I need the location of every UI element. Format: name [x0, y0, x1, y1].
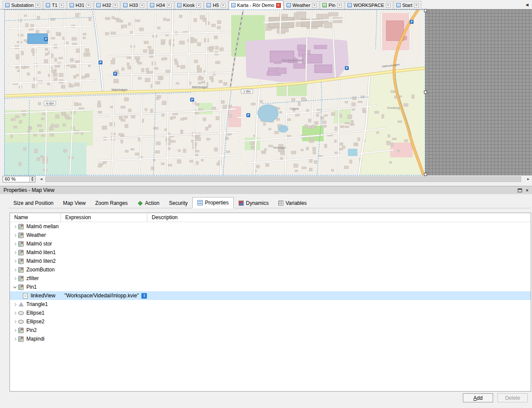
document-tab[interactable]: Karta - Rör Demo [229, 0, 284, 10]
expand-chevron[interactable] [12, 260, 18, 262]
document-tab[interactable]: Kiosk [175, 1, 204, 9]
expand-chevron[interactable] [12, 321, 18, 323]
tab-icon [239, 201, 244, 206]
expand-chevron[interactable] [12, 338, 18, 340]
column-header-expression[interactable]: Expression [61, 213, 147, 222]
expand-chevron[interactable] [12, 312, 18, 314]
window-icon [96, 3, 101, 7]
tab-close-icon[interactable] [35, 3, 40, 8]
table-row[interactable]: Mapindi [10, 335, 531, 343]
selection-handle[interactable] [424, 9, 427, 12]
tab-close-icon[interactable] [167, 3, 172, 8]
expand-chevron[interactable] [12, 234, 18, 236]
table-row[interactable]: Pin1 [10, 283, 531, 291]
document-tab[interactable]: H33 [121, 1, 147, 9]
table-row[interactable]: Malmö liten2 [10, 257, 531, 265]
parking-icon: P [44, 37, 48, 41]
selection-handle[interactable] [424, 173, 427, 176]
document-tab-label: Kiosk [183, 3, 195, 8]
zoom-level-spinner[interactable]: 60 % [3, 176, 35, 182]
map-render: PPPPPPP M 854 V 854 Malmövägen Malmöväge… [4, 10, 425, 175]
properties-tab-label: Size and Position [13, 200, 54, 206]
expand-chevron[interactable] [12, 303, 18, 306]
properties-tab[interactable]: Map View [58, 198, 90, 208]
document-tab[interactable]: WORKSPACE [345, 1, 393, 9]
document-tab-label: T1 [52, 3, 57, 8]
table-row[interactable]: Triangle1 [10, 300, 531, 309]
row-type-icon [18, 223, 24, 230]
tab-close-icon[interactable] [196, 3, 201, 8]
selection-handle[interactable] [424, 91, 427, 94]
map-view-object[interactable]: PPPPPPP M 854 V 854 Malmövägen Malmöväge… [4, 10, 425, 175]
tab-close-icon[interactable] [386, 3, 391, 8]
tab-close-icon[interactable] [221, 3, 226, 8]
expand-chevron[interactable] [12, 329, 18, 332]
add-button[interactable]: Add [463, 393, 493, 402]
expand-chevron[interactable] [12, 277, 18, 280]
document-tab[interactable]: H31 [67, 1, 93, 9]
properties-tab[interactable]: Variables [274, 198, 312, 208]
column-header-description[interactable]: Description [147, 213, 531, 222]
document-tab[interactable]: H32 [94, 1, 120, 9]
tab-close-icon[interactable] [414, 3, 419, 8]
panel-title: Properties - Map View [3, 187, 54, 193]
document-tab[interactable]: T1 [43, 1, 67, 9]
row-label: Malmö stor [26, 241, 52, 247]
svg-text:P: P [346, 67, 348, 70]
tab-close-icon[interactable] [312, 3, 317, 8]
properties-tab-label: Variables [286, 200, 307, 206]
table-row[interactable]: Weather [10, 231, 531, 239]
properties-tab[interactable]: Action [133, 198, 164, 208]
table-row[interactable]: Ellipse1 [10, 309, 531, 317]
delete-button[interactable]: Delete [497, 393, 528, 402]
document-tab-bar: Substation T1 H31 H32 [0, 0, 532, 10]
properties-tab[interactable]: Properties [192, 197, 234, 208]
info-icon[interactable] [141, 293, 147, 299]
table-row[interactable]: zfilter [10, 274, 531, 283]
document-tab[interactable]: H5 [204, 1, 228, 9]
tab-close-icon[interactable] [86, 3, 91, 8]
horizontal-scrollbar[interactable] [38, 176, 532, 182]
zoom-decrease-icon[interactable] [30, 179, 35, 182]
document-tab[interactable]: Pin [320, 1, 344, 9]
tab-close-icon[interactable] [59, 3, 64, 8]
properties-panel: Properties - Map View Size and Position … [0, 186, 532, 408]
expand-chevron[interactable] [12, 252, 18, 254]
close-panel-icon[interactable] [526, 188, 529, 193]
scroll-right-icon[interactable] [525, 176, 532, 182]
table-row[interactable]: linkedView "Workspace/Videdal/Inlopp.kvi… [10, 291, 531, 300]
float-panel-icon[interactable] [518, 188, 522, 192]
document-tab-label: Weather [293, 3, 310, 8]
properties-tab[interactable]: Security [164, 198, 192, 208]
properties-tab[interactable]: Size and Position [9, 198, 58, 208]
expand-chevron[interactable] [12, 269, 18, 271]
expand-chevron[interactable] [12, 243, 18, 245]
properties-tab[interactable]: Dynamics [234, 198, 274, 208]
row-type-icon [18, 232, 24, 239]
scroll-left-icon[interactable] [38, 176, 45, 182]
table-row[interactable]: Malmö stor [10, 239, 531, 248]
table-row[interactable]: Malmö liten1 [10, 248, 531, 257]
document-tab[interactable]: Weather [284, 1, 319, 9]
table-row[interactable]: ZoomButton [10, 265, 531, 274]
table-row[interactable]: Ellipse2 [10, 317, 531, 326]
table-row[interactable]: Pin2 [10, 326, 531, 335]
scrollbar-track[interactable] [45, 176, 525, 182]
properties-tab[interactable]: Zoom Ranges [90, 198, 132, 208]
tab-close-icon[interactable] [113, 3, 118, 8]
document-tabs: Substation T1 H31 H32 [3, 0, 422, 9]
tab-close-icon[interactable] [276, 3, 281, 8]
row-type-icon [18, 249, 24, 256]
document-tab[interactable]: Substation [3, 1, 43, 9]
tab-close-icon[interactable] [140, 3, 144, 8]
column-header-name[interactable]: Name [10, 213, 61, 222]
document-tab[interactable]: H34 [147, 1, 174, 9]
parking-icon: P [113, 72, 117, 76]
tab-close-icon[interactable] [337, 3, 342, 8]
expand-chevron[interactable] [12, 287, 18, 288]
tab-scroll-left-icon[interactable] [526, 3, 529, 7]
expand-chevron[interactable] [12, 226, 18, 228]
document-tab[interactable]: Start [394, 1, 421, 9]
scrollbar-thumb[interactable] [45, 176, 521, 182]
table-row[interactable]: Malmö mellan [10, 222, 531, 231]
